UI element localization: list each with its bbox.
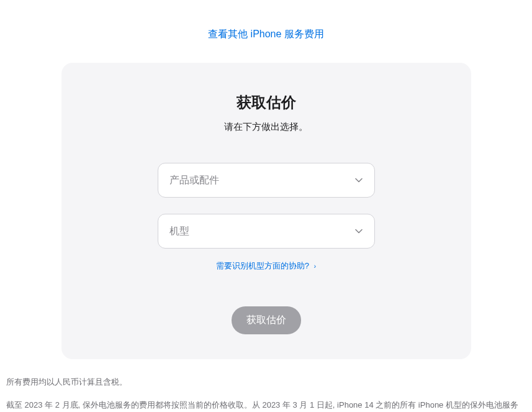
model-select[interactable]: 机型 bbox=[158, 214, 375, 249]
product-select[interactable]: 产品或配件 bbox=[158, 163, 375, 198]
get-estimate-button[interactable]: 获取估价 bbox=[232, 306, 301, 334]
product-select-placeholder: 产品或配件 bbox=[169, 174, 219, 187]
model-select-placeholder: 机型 bbox=[169, 225, 189, 238]
model-select-wrapper: 机型 bbox=[158, 214, 375, 249]
chevron-right-icon: › bbox=[314, 262, 317, 270]
chevron-down-icon bbox=[354, 227, 363, 236]
product-select-wrapper: 产品或配件 bbox=[158, 163, 375, 198]
other-service-fees-link[interactable]: 查看其他 iPhone 服务费用 bbox=[208, 29, 324, 39]
footer-price-text-part1: 截至 2023 年 2 月底, 保外电池服务的费用都将按照当前的价格收取。从 2… bbox=[6, 400, 518, 410]
card-subtitle: 请在下方做出选择。 bbox=[99, 121, 434, 133]
help-link-container: 需要识别机型方面的协助? › bbox=[99, 260, 434, 272]
footer-price-note: 截至 2023 年 2 月底, 保外电池服务的费用都将按照当前的价格收取。从 2… bbox=[6, 398, 526, 412]
identify-model-help-link[interactable]: 需要识别机型方面的协助? › bbox=[216, 261, 317, 270]
footer-tax-note: 所有费用均以人民币计算且含税。 bbox=[6, 377, 526, 388]
card-title: 获取估价 bbox=[99, 93, 434, 112]
help-link-text: 需要识别机型方面的协助? bbox=[216, 261, 309, 270]
estimate-card: 获取估价 请在下方做出选择。 产品或配件 机型 需要识别机型方面的协助? › bbox=[61, 63, 471, 359]
chevron-down-icon bbox=[354, 176, 363, 185]
footer: 所有费用均以人民币计算且含税。 截至 2023 年 2 月底, 保外电池服务的费… bbox=[0, 359, 532, 412]
page-container: 查看其他 iPhone 服务费用 获取估价 请在下方做出选择。 产品或配件 机型 bbox=[0, 0, 532, 412]
top-link-container: 查看其他 iPhone 服务费用 bbox=[0, 0, 532, 63]
